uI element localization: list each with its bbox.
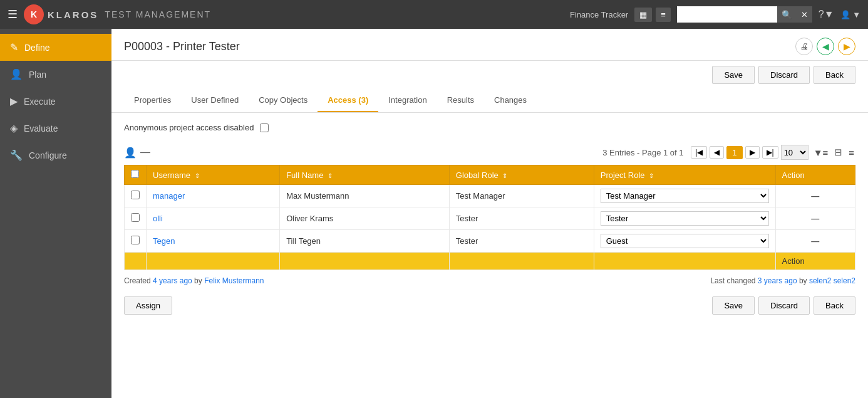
username-sort-icon: ⇕ <box>195 172 200 179</box>
sidebar-item-execute[interactable]: ▶ Execute <box>0 88 111 115</box>
search-button[interactable]: 🔍 <box>777 6 797 23</box>
project-role-select-1[interactable]: Test ManagerTesterGuest <box>601 211 769 226</box>
footer-info: Created 4 years ago by Felix Mustermann … <box>124 270 855 291</box>
entries-text: 3 Entries - Page 1 of 1 <box>602 148 683 157</box>
action-cell-0[interactable]: — <box>775 185 855 207</box>
header-fullname[interactable]: Full Name ⇕ <box>280 165 450 185</box>
page-title: P00003 - Printer Tester <box>124 40 795 53</box>
changed-info: Last changed 3 years ago by selen2 selen… <box>710 276 855 285</box>
select-all-checkbox[interactable] <box>131 170 139 178</box>
sidebar-item-configure-label: Configure <box>29 150 67 160</box>
discard-button-top[interactable]: Discard <box>758 66 810 84</box>
help-button[interactable]: ?▼ <box>819 9 834 20</box>
table-row: olliOliver KramsTesterTest ManagerTester… <box>125 207 855 230</box>
header-project-role[interactable]: Project Role ⇕ <box>594 165 775 185</box>
prev-record-button[interactable]: ◀ <box>817 38 834 55</box>
tab-results[interactable]: Results <box>437 89 484 112</box>
list-view-icon[interactable]: ≡ <box>656 8 671 22</box>
username-link-0[interactable]: manager <box>153 191 185 201</box>
next-page-button[interactable]: ▶ <box>745 146 760 159</box>
current-page: 1 <box>726 146 742 159</box>
search-input[interactable] <box>677 6 777 23</box>
search-clear-button[interactable]: ✕ <box>797 6 812 23</box>
save-button-top[interactable]: Save <box>712 66 755 84</box>
remove-row-button-2[interactable]: — <box>811 236 819 246</box>
columns-icon[interactable]: ≡ <box>847 146 855 159</box>
hamburger-menu[interactable]: ☰ <box>8 8 18 21</box>
fullname-sort-icon: ⇕ <box>328 172 333 179</box>
tab-integration[interactable]: Integration <box>378 89 437 112</box>
save-button-bottom[interactable]: Save <box>712 296 755 315</box>
logo-area: K KLAROS TEST MANAGEMENT <box>24 4 211 24</box>
pagination-info: 3 Entries - Page 1 of 1 |◀ ◀ 1 ▶ ▶| 10 2… <box>602 145 808 160</box>
access-table: Username ⇕ Full Name ⇕ Global Role ⇕ P <box>124 165 855 270</box>
table-row: TegenTill TegenTesterTest ManagerTesterG… <box>125 230 855 253</box>
header-global-role[interactable]: Global Role ⇕ <box>449 165 594 185</box>
changed-author-link[interactable]: selen2 selen2 <box>809 276 855 285</box>
assign-button[interactable]: Assign <box>124 296 172 315</box>
app-title: TEST MANAGEMENT <box>105 9 211 19</box>
top-action-row: Save Discard Back <box>111 61 868 89</box>
user-menu-button[interactable]: 👤 ▼ <box>840 10 860 19</box>
sidebar-item-evaluate[interactable]: ◈ Evaluate <box>0 115 111 142</box>
new-table-row: Action <box>125 253 855 270</box>
sidebar-item-plan-label: Plan <box>29 70 46 80</box>
back-button-bottom[interactable]: Back <box>814 296 855 315</box>
sidebar-item-configure[interactable]: 🔧 Configure <box>0 142 111 169</box>
header-username[interactable]: Username ⇕ <box>147 165 280 185</box>
tab-access[interactable]: Access (3) <box>318 89 378 112</box>
project-role-select-0[interactable]: Test ManagerTesterGuest <box>601 189 769 203</box>
sidebar: ✎ Define 👤 Plan ▶ Execute ◈ Evaluate 🔧 C… <box>0 29 111 398</box>
username-link-1[interactable]: olli <box>153 214 163 223</box>
next-record-button[interactable]: ▶ <box>838 38 855 55</box>
bottom-right-buttons: Save Discard Back <box>712 296 855 315</box>
table-tool-icons: ▼≡ ⊟ ≡ <box>812 145 855 159</box>
first-page-button[interactable]: |◀ <box>691 146 707 159</box>
changed-time-link[interactable]: 3 years ago <box>758 276 797 285</box>
created-time-link[interactable]: 4 years ago <box>153 276 192 285</box>
global-role-cell-0: Test Manager <box>449 185 594 207</box>
created-author-link[interactable]: Felix Mustermann <box>204 276 264 285</box>
remove-icon: — <box>140 147 150 158</box>
tab-user-defined[interactable]: User Defined <box>181 89 249 112</box>
row-checkbox-2[interactable] <box>131 236 140 244</box>
tabs-bar: Properties User Defined Copy Objects Acc… <box>111 89 868 113</box>
action-cell-1[interactable]: — <box>775 207 855 230</box>
remove-row-button-0[interactable]: — <box>811 191 819 201</box>
tab-copy-objects[interactable]: Copy Objects <box>249 89 318 112</box>
row-checkbox-1[interactable] <box>131 213 140 222</box>
anon-checkbox[interactable] <box>260 123 269 132</box>
header-action: Action <box>775 165 855 185</box>
back-button-top[interactable]: Back <box>814 66 855 84</box>
action-cell-2[interactable]: — <box>775 230 855 253</box>
row-checkbox-0[interactable] <box>131 191 140 199</box>
main-layout: ✎ Define 👤 Plan ▶ Execute ◈ Evaluate 🔧 C… <box>0 29 868 398</box>
print-button[interactable]: 🖨 <box>795 38 813 55</box>
sidebar-item-define[interactable]: ✎ Define <box>0 34 111 61</box>
per-page-select[interactable]: 10 25 50 100 <box>781 145 809 160</box>
last-page-button[interactable]: ▶| <box>762 146 778 159</box>
fullname-cell-2: Till Tegen <box>280 230 450 253</box>
content-area: P00003 - Printer Tester 🖨 ◀ ▶ Save Disca… <box>111 29 868 398</box>
project-role-select-2[interactable]: Test ManagerTesterGuest <box>601 234 769 248</box>
sidebar-item-evaluate-label: Evaluate <box>24 123 58 134</box>
nav-icons: ▦ ≡ <box>634 8 671 22</box>
export-icon[interactable]: ⊟ <box>833 145 844 159</box>
tab-changes[interactable]: Changes <box>484 89 537 112</box>
header-check <box>125 165 147 185</box>
sidebar-item-execute-label: Execute <box>24 97 56 107</box>
tab-properties[interactable]: Properties <box>124 89 181 112</box>
filter-icon[interactable]: ▼≡ <box>812 146 830 159</box>
fullname-cell-1: Oliver Krams <box>280 207 450 230</box>
top-navigation: ☰ K KLAROS TEST MANAGEMENT Finance Track… <box>0 0 868 29</box>
discard-button-bottom[interactable]: Discard <box>758 296 810 315</box>
username-link-2[interactable]: Tegen <box>153 236 175 246</box>
remove-row-button-1[interactable]: — <box>811 214 819 223</box>
prev-page-button[interactable]: ◀ <box>710 146 724 159</box>
table-header-row: Username ⇕ Full Name ⇕ Global Role ⇕ P <box>125 165 855 185</box>
sidebar-item-plan[interactable]: 👤 Plan <box>0 61 111 88</box>
grid-view-icon[interactable]: ▦ <box>634 8 652 22</box>
table-row: managerMax MustermannTest ManagerTest Ma… <box>125 185 855 207</box>
execute-icon: ▶ <box>10 95 18 107</box>
define-icon: ✎ <box>10 41 18 53</box>
